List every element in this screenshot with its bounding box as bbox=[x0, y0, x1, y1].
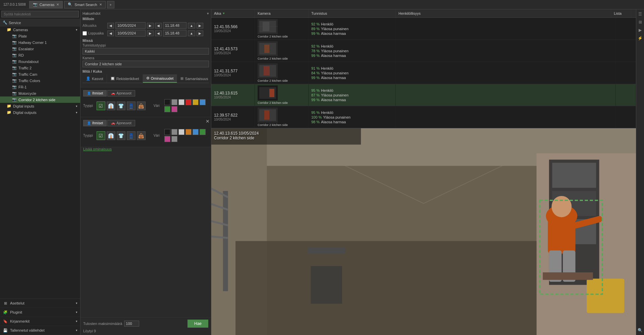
end-time-next-btn[interactable]: ▶ bbox=[197, 30, 203, 36]
color-blue[interactable] bbox=[200, 99, 206, 105]
color-yellow[interactable] bbox=[193, 99, 199, 105]
filter1-ihmiset-tab[interactable]: 👤 Ihmiset bbox=[83, 90, 107, 96]
sidebar-cameras-folder[interactable]: 📁 Cameras ▾ bbox=[0, 26, 80, 33]
end-time-up-btn[interactable]: ▲ bbox=[188, 30, 195, 36]
table-row[interactable]: 12.41.31.577 10/05/2024 Corridor 2 kitch… bbox=[211, 62, 636, 84]
start-prev-btn[interactable]: ◀ bbox=[107, 23, 114, 28]
start-time-up-btn[interactable]: ▲ bbox=[188, 23, 195, 28]
search-title: Hakuehdot ▾ bbox=[83, 11, 209, 15]
filter2-color-purple[interactable] bbox=[164, 136, 170, 142]
sidebar-item-roundabout[interactable]: 📷 Roundabout bbox=[0, 58, 80, 65]
sidebar-digital-outputs[interactable]: 📁 Digital outputs ▾ bbox=[0, 109, 80, 116]
filter2-shirt-icon[interactable]: 👔 bbox=[107, 131, 115, 140]
sidebar-item-rd[interactable]: 📷 RD bbox=[0, 52, 80, 58]
add-property-btn[interactable]: Lisää ominaisuus bbox=[83, 147, 112, 151]
filter1-ajoneuvot-tab[interactable]: 🚗 Ajoneuvot bbox=[107, 90, 135, 96]
filter2-color-gray2[interactable] bbox=[171, 136, 177, 142]
filter1-checkbox-icon[interactable]: ☑ bbox=[97, 102, 105, 110]
sidebar-service-header[interactable]: 🔧 Service bbox=[0, 19, 80, 26]
table-row[interactable]: 12.39.57.622 10/05/2024 Corridor 2 kitch… bbox=[211, 106, 636, 128]
filter2-pants-icon[interactable]: 👖 bbox=[127, 131, 136, 140]
table-row[interactable]: 12.41.55.566 10/05/2024 Corridor 2 kitch… bbox=[211, 18, 636, 40]
filter2-ajoneuvot-tab[interactable]: 🚗 Ajoneuvot bbox=[107, 120, 135, 126]
end-time-input[interactable] bbox=[163, 30, 186, 37]
filter1-pants-icon[interactable]: 👖 bbox=[127, 102, 136, 110]
th-person[interactable]: Henkilöllisyys bbox=[396, 9, 611, 17]
sidebar-item-escalator[interactable]: 📷 Escalator bbox=[0, 46, 80, 52]
sidebar-item-trafficcam[interactable]: 📷 Traffic Cam bbox=[0, 71, 80, 77]
end-next-btn[interactable]: ▶ bbox=[147, 30, 154, 36]
tab-kasvot[interactable]: 👤 Kasvot bbox=[83, 74, 107, 83]
tab-smart-search-close[interactable]: ✕ bbox=[99, 3, 102, 6]
end-time-prev-btn[interactable]: ◀ bbox=[155, 30, 162, 36]
color-white[interactable] bbox=[178, 99, 184, 105]
sidebar-item-fr1[interactable]: 📷 FR-1 bbox=[0, 84, 80, 90]
end-date-input[interactable] bbox=[115, 30, 146, 37]
camera-select[interactable]: Corridor 2 kitchen side bbox=[83, 61, 209, 67]
start-time-prev-btn[interactable]: ◀ bbox=[155, 23, 162, 28]
th-recognition[interactable]: Tunnistus bbox=[309, 9, 396, 17]
th-list[interactable]: Lista bbox=[611, 9, 631, 17]
filter2-checkbox-icon[interactable]: ☑ bbox=[97, 131, 105, 140]
filter2-tshirt-icon[interactable]: 👕 bbox=[117, 131, 125, 140]
sidebar-item-asettelut[interactable]: ⊞ Asettelut ▾ bbox=[0, 299, 80, 308]
th-time[interactable]: Aika ▼ bbox=[211, 9, 255, 17]
color-red[interactable] bbox=[185, 99, 192, 105]
sidebar-item-corridor[interactable]: 📷 Corridor 2 kitchen side bbox=[0, 96, 80, 103]
row3-time: 12.41.31.577 10/05/2024 bbox=[211, 62, 255, 84]
sidebar-item-plate[interactable]: 📷 Plate bbox=[0, 33, 80, 39]
filter2-bag-icon[interactable]: 👜 bbox=[137, 131, 146, 140]
filter2-color-white[interactable] bbox=[178, 129, 184, 135]
tab-samanlaisuus[interactable]: ⊞ Samanlaisuus bbox=[177, 74, 211, 83]
filter1-bag-icon[interactable]: 👜 bbox=[137, 102, 146, 110]
filter2-color-blue[interactable] bbox=[193, 129, 199, 135]
tab-cameras-close[interactable]: ✕ bbox=[56, 3, 59, 6]
sidebar-item-pluginit[interactable]: 🧩 Pluginit ▾ bbox=[0, 308, 80, 317]
sidebar-digital-inputs[interactable]: 📁 Digital inputs ▾ bbox=[0, 103, 80, 109]
th-camera[interactable]: Kamera bbox=[255, 9, 309, 17]
rs-search-icon[interactable]: 🔍 bbox=[637, 327, 644, 334]
sidebar-item-motorcycle[interactable]: 📷 Motorcycle bbox=[0, 90, 80, 96]
tab-cameras[interactable]: 📷 Cameras ✕ bbox=[29, 1, 63, 8]
start-time-next-btn[interactable]: ▶ bbox=[197, 23, 203, 28]
rs-icon-3[interactable]: ▶ bbox=[637, 27, 644, 34]
table-row[interactable]: 12.41.43.573 10/05/2024 Corridor 2 kitch… bbox=[211, 40, 636, 62]
rs-icon-2[interactable]: ⊞ bbox=[637, 19, 644, 25]
main-layout: 🔧 Service 📁 Cameras ▾ 📷 Plate 📷 Hallway … bbox=[0, 9, 644, 335]
search-input[interactable] bbox=[1, 11, 79, 17]
filter2-color-gray[interactable] bbox=[171, 129, 177, 135]
sidebar-item-traffic2[interactable]: 📷 Traffic 2 bbox=[0, 65, 80, 71]
filter1-tshirt-icon[interactable]: 👕 bbox=[117, 102, 125, 110]
rs-icon-4[interactable]: ⚡ bbox=[637, 35, 644, 42]
tab-ominaisuudet[interactable]: ⚙ Ominaisuudet bbox=[143, 74, 177, 83]
color-green[interactable] bbox=[164, 106, 170, 112]
add-tab-button[interactable]: + bbox=[107, 1, 114, 8]
end-prev-btn[interactable]: ◀ bbox=[107, 30, 114, 36]
svg-rect-9 bbox=[264, 66, 270, 75]
filter2-color-green[interactable] bbox=[200, 129, 206, 135]
color-purple[interactable] bbox=[171, 106, 177, 112]
end-checkbox[interactable] bbox=[83, 31, 87, 36]
recognition-type-select[interactable]: Kaikki bbox=[83, 48, 209, 55]
digital-inputs-expand: ▾ bbox=[76, 105, 77, 108]
rs-icon-1[interactable]: ☰ bbox=[637, 11, 644, 17]
tab-rekisterikilvet[interactable]: 🔲 Rekisterikilvet bbox=[107, 74, 143, 83]
table-row[interactable]: 12.40.13.615 10/05/2024 Corridor 2 kitch… bbox=[211, 84, 636, 106]
filter2-color-black[interactable] bbox=[164, 129, 170, 135]
sidebar-item-kirjanmerkit[interactable]: 🔖 Kirjanmerkit ▾ bbox=[0, 317, 80, 326]
color-gray[interactable] bbox=[171, 99, 177, 105]
filter1-shirt-icon[interactable]: 👔 bbox=[107, 102, 115, 110]
color-black[interactable] bbox=[164, 99, 170, 105]
start-date-input[interactable] bbox=[115, 22, 146, 29]
filter2-ihmiset-tab[interactable]: 👤 Ihmiset bbox=[83, 120, 107, 126]
start-next-btn[interactable]: ▶ bbox=[147, 23, 154, 28]
filter2-color-orange[interactable] bbox=[185, 129, 192, 135]
search-button[interactable]: Hae bbox=[187, 320, 208, 328]
start-time-input[interactable] bbox=[163, 22, 186, 29]
sidebar-item-trafficcolors[interactable]: 📷 Traffic Colors bbox=[0, 77, 80, 84]
sidebar-item-tallennetut[interactable]: 💾 Tallennetut välilehdet ▾ bbox=[0, 326, 80, 335]
tab-smart-search[interactable]: 🔍 Smart Search ✕ bbox=[64, 1, 105, 8]
filter2-close-btn[interactable]: ✕ bbox=[206, 119, 210, 124]
max-results-input[interactable] bbox=[124, 321, 139, 327]
sidebar-item-hallway[interactable]: 📷 Hallway Corner 1 bbox=[0, 39, 80, 46]
